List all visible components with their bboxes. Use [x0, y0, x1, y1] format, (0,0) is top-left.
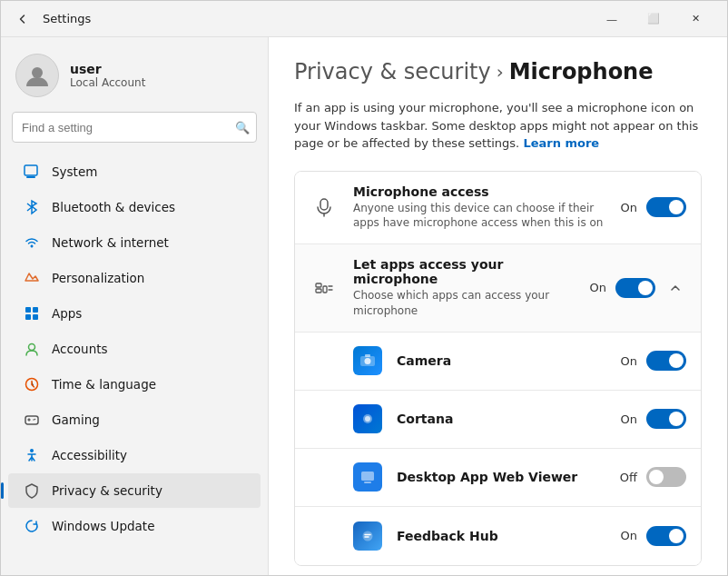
user-type: Local Account [70, 76, 145, 89]
sidebar-item-label: Accounts [52, 342, 108, 356]
page-title: Microphone [509, 59, 654, 84]
accessibility-icon [23, 446, 41, 464]
navigation: System Bluetooth & devices Network & int… [1, 150, 268, 548]
avatar [15, 54, 59, 97]
setting-status: Off [620, 471, 637, 484]
learn-more-link[interactable]: Learn more [523, 136, 599, 150]
svg-point-18 [365, 358, 371, 364]
time-icon [23, 375, 41, 393]
setting-title: Desktop App Web Viewer [397, 470, 605, 484]
sidebar-item-label: Privacy & security [52, 483, 162, 498]
desktop-web-viewer-toggle[interactable] [646, 467, 686, 487]
setting-text: Let apps access your microphone Choose w… [353, 257, 576, 319]
camera-toggle[interactable] [646, 351, 686, 371]
sidebar-item-label: Gaming [52, 412, 100, 427]
sidebar-item-update[interactable]: Windows Update [8, 509, 261, 543]
setting-status: On [590, 281, 606, 294]
close-button[interactable]: ✕ [674, 5, 716, 34]
let-apps-toggle[interactable] [615, 278, 655, 298]
sidebar-item-gaming[interactable]: Gaming [8, 402, 261, 437]
apps-icon [23, 304, 41, 323]
user-info: user Local Account [70, 62, 145, 89]
sidebar-item-label: System [52, 164, 97, 179]
setting-controls: On [621, 409, 686, 429]
window-controls: — ⬜ ✕ [591, 5, 716, 34]
page-header: Privacy & security › Microphone [294, 59, 702, 84]
sidebar-item-system[interactable]: System [8, 154, 261, 189]
microphone-icon [310, 193, 339, 222]
search-icon: 🔍 [235, 121, 250, 134]
window-title: Settings [43, 12, 582, 25]
toggle-knob [669, 529, 684, 543]
svg-rect-12 [316, 283, 321, 287]
setting-controls: Off [620, 467, 686, 487]
svg-rect-14 [323, 286, 327, 293]
minimize-button[interactable]: — [591, 5, 633, 34]
sidebar: user Local Account 🔍 System [1, 37, 269, 575]
setting-camera: Camera On [295, 333, 701, 391]
sidebar-item-network[interactable]: Network & internet [8, 225, 261, 260]
sidebar-item-label: Time & language [52, 377, 156, 392]
svg-rect-11 [320, 199, 328, 210]
feedback-hub-toggle[interactable] [646, 526, 686, 546]
sidebar-item-accessibility[interactable]: Accessibility [8, 438, 261, 472]
setting-title: Cortana [397, 412, 606, 426]
sidebar-item-accounts[interactable]: Accounts [8, 332, 261, 366]
network-icon [23, 233, 41, 252]
setting-text: Cortana [397, 412, 606, 426]
toggle-knob [649, 470, 664, 484]
setting-title: Feedback Hub [397, 529, 606, 543]
expand-button[interactable] [664, 277, 686, 299]
setting-desc: Anyone using this device can choose if t… [353, 201, 606, 232]
page-description: If an app is using your microphone, you'… [294, 99, 702, 153]
svg-rect-1 [25, 165, 37, 175]
setting-let-apps: Let apps access your microphone Choose w… [295, 244, 701, 333]
setting-text: Camera [397, 353, 606, 368]
setting-status: On [621, 529, 637, 542]
setting-text: Desktop App Web Viewer [397, 470, 605, 484]
sidebar-item-label: Personalization [52, 271, 144, 285]
cortana-toggle[interactable] [646, 409, 686, 429]
setting-title: Microphone access [353, 184, 606, 199]
setting-desktop-web-viewer: Desktop App Web Viewer Off [295, 449, 701, 507]
toggle-knob [669, 412, 684, 426]
setting-status: On [621, 412, 637, 426]
back-button[interactable] [12, 8, 34, 30]
setting-feedback-hub: Feedback Hub On [295, 507, 701, 565]
svg-rect-2 [26, 176, 35, 178]
setting-desc: Choose which apps can access your microp… [353, 288, 576, 319]
sidebar-item-personalization[interactable]: Personalization [8, 261, 261, 295]
user-section: user Local Account [1, 37, 268, 112]
setting-title: Let apps access your microphone [353, 257, 576, 286]
svg-rect-13 [316, 289, 321, 293]
desktop-app-icon [353, 462, 382, 492]
sidebar-item-bluetooth[interactable]: Bluetooth & devices [8, 190, 261, 224]
setting-title: Camera [397, 353, 606, 368]
sidebar-item-apps[interactable]: Apps [8, 296, 261, 331]
breadcrumb-parent: Privacy & security [294, 59, 491, 84]
feedback-app-icon [353, 521, 382, 551]
toggle-knob [638, 281, 653, 295]
setting-cortana: Cortana On [295, 391, 701, 449]
svg-rect-5 [25, 314, 31, 320]
sidebar-item-label: Windows Update [52, 519, 154, 533]
svg-point-10 [30, 449, 34, 452]
microphone-access-toggle[interactable] [646, 197, 686, 217]
update-icon [23, 517, 41, 535]
sidebar-item-privacy[interactable]: Privacy & security [8, 473, 261, 508]
main-content: Privacy & security › Microphone If an ap… [269, 37, 727, 575]
svg-point-7 [29, 344, 35, 351]
setting-microphone-access: Microphone access Anyone using this devi… [295, 172, 701, 245]
svg-rect-19 [365, 354, 370, 357]
sidebar-item-label: Bluetooth & devices [52, 200, 175, 214]
setting-controls: On [621, 197, 686, 217]
settings-list: Microphone access Anyone using this devi… [294, 171, 702, 566]
search-input[interactable] [12, 112, 257, 143]
toggle-knob [669, 353, 684, 368]
svg-rect-23 [364, 482, 371, 483]
content-area: user Local Account 🔍 System [1, 37, 727, 575]
sidebar-item-time[interactable]: Time & language [8, 367, 261, 402]
svg-rect-9 [25, 416, 38, 424]
maximize-button[interactable]: ⬜ [633, 5, 674, 34]
camera-app-icon [353, 346, 382, 375]
